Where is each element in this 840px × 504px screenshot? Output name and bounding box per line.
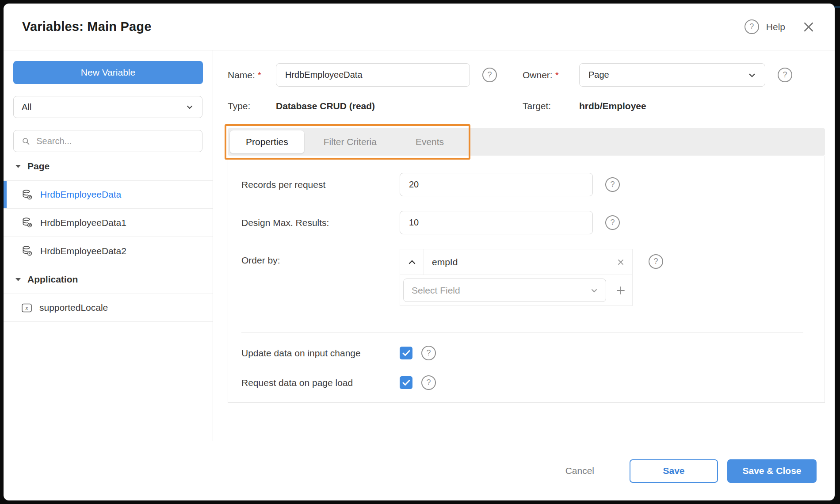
name-label: Name: bbox=[228, 70, 255, 80]
variable-filter-select[interactable]: All bbox=[13, 96, 202, 118]
close-icon[interactable] bbox=[802, 20, 815, 34]
database-crud-icon bbox=[21, 245, 33, 257]
triangle-down-icon bbox=[15, 277, 21, 282]
order-by-field[interactable]: empId bbox=[424, 249, 609, 275]
sort-direction-button[interactable] bbox=[400, 249, 424, 275]
sidebar-section-label: Application bbox=[27, 274, 78, 285]
request-on-load-help-icon[interactable]: ? bbox=[421, 375, 436, 390]
triangle-down-icon bbox=[15, 164, 21, 168]
sidebar-section-application[interactable]: Application bbox=[4, 265, 213, 294]
chevron-down-icon bbox=[747, 70, 757, 80]
order-by-label: Order by: bbox=[241, 255, 400, 266]
chevron-up-icon bbox=[408, 260, 416, 265]
tab-bar: Properties Filter Criteria Events bbox=[228, 128, 825, 156]
add-field-button[interactable] bbox=[609, 275, 632, 305]
target-value: hrdb/Employee bbox=[579, 101, 646, 111]
check-icon bbox=[402, 379, 410, 386]
dialog-header: Variables: Main Page ? Help bbox=[4, 4, 835, 50]
variable-filter-value: All bbox=[22, 102, 31, 112]
sidebar-item-supportedlocale[interactable]: x supportedLocale bbox=[4, 294, 213, 322]
owner-help-icon[interactable]: ? bbox=[778, 68, 792, 82]
target-label: Target: bbox=[523, 101, 551, 111]
help-icon[interactable]: ? bbox=[745, 19, 759, 34]
request-on-load-label: Request data on page load bbox=[241, 378, 400, 388]
tab-filter-criteria[interactable]: Filter Criteria bbox=[304, 130, 396, 153]
remove-icon bbox=[616, 258, 625, 267]
required-asterisk: * bbox=[555, 70, 559, 80]
order-by-help-icon[interactable]: ? bbox=[649, 254, 663, 269]
owner-value: Page bbox=[588, 70, 609, 80]
owner-select[interactable]: Page bbox=[579, 63, 765, 87]
select-field-placeholder: Select Field bbox=[412, 285, 460, 296]
sidebar-item-label: HrdbEmployeeData1 bbox=[40, 218, 126, 228]
section-divider bbox=[241, 332, 803, 332]
select-field-dropdown[interactable]: Select Field bbox=[403, 279, 606, 302]
sidebar-section-label: Page bbox=[27, 161, 50, 172]
model-variable-icon: x bbox=[21, 303, 32, 313]
sidebar-item-label: HrdbEmployeeData bbox=[40, 189, 121, 200]
records-per-request-input[interactable] bbox=[400, 173, 593, 196]
page-title: Variables: Main Page bbox=[22, 19, 152, 34]
chevron-down-icon bbox=[185, 103, 194, 111]
sidebar-item-hrdbemployeedata2[interactable]: HrdbEmployeeData2 bbox=[4, 237, 213, 265]
dialog-footer: Cancel Save Save & Close bbox=[4, 441, 835, 500]
sidebar-section-page[interactable]: Page bbox=[4, 152, 213, 180]
variables-dialog: Variables: Main Page ? Help New Variable… bbox=[4, 4, 835, 500]
design-max-results-label: Design Max. Results: bbox=[241, 218, 400, 228]
save-and-close-button[interactable]: Save & Close bbox=[727, 459, 817, 483]
update-on-input-checkbox[interactable] bbox=[400, 347, 412, 359]
owner-label: Owner: bbox=[523, 70, 553, 80]
sidebar-item-hrdbemployeedata1[interactable]: HrdbEmployeeData1 bbox=[4, 209, 213, 237]
sidebar-item-label: supportedLocale bbox=[39, 302, 108, 313]
new-variable-button[interactable]: New Variable bbox=[13, 61, 203, 84]
records-help-icon[interactable]: ? bbox=[605, 177, 620, 192]
design-max-results-input[interactable] bbox=[400, 211, 593, 234]
help-label[interactable]: Help bbox=[766, 22, 785, 32]
database-crud-icon bbox=[21, 189, 33, 201]
check-icon bbox=[402, 350, 410, 356]
search-box bbox=[13, 130, 202, 152]
tab-events[interactable]: Events bbox=[396, 130, 463, 153]
search-icon bbox=[22, 137, 30, 146]
name-help-icon[interactable]: ? bbox=[482, 68, 497, 82]
request-on-load-checkbox[interactable] bbox=[400, 376, 412, 389]
required-asterisk: * bbox=[258, 70, 261, 80]
tab-properties[interactable]: Properties bbox=[230, 130, 304, 153]
remove-field-button[interactable] bbox=[609, 249, 632, 275]
save-button[interactable]: Save bbox=[630, 459, 718, 483]
search-input[interactable] bbox=[36, 136, 194, 146]
update-on-input-help-icon[interactable]: ? bbox=[421, 346, 436, 360]
records-per-request-label: Records per request bbox=[241, 179, 400, 190]
sidebar-item-label: HrdbEmployeeData2 bbox=[40, 246, 126, 256]
properties-panel: Records per request ? Design Max. Result… bbox=[228, 156, 825, 403]
svg-text:x: x bbox=[25, 305, 28, 311]
name-input[interactable] bbox=[276, 63, 470, 87]
update-on-input-label: Update data on input change bbox=[241, 348, 400, 359]
sidebar-item-hrdbemployeedata[interactable]: HrdbEmployeeData bbox=[4, 180, 213, 209]
order-by-widget: empId Select Field bbox=[400, 249, 633, 306]
variable-editor: Name: * ? Owner: * Page ? bbox=[213, 50, 835, 441]
variables-sidebar: New Variable All Page bbox=[4, 50, 213, 441]
cancel-button[interactable]: Cancel bbox=[565, 466, 594, 476]
design-help-icon[interactable]: ? bbox=[605, 215, 620, 230]
type-label: Type: bbox=[228, 101, 250, 111]
chevron-down-icon bbox=[590, 286, 599, 295]
plus-icon bbox=[616, 286, 626, 295]
database-crud-icon bbox=[21, 217, 33, 229]
type-value: Database CRUD (read) bbox=[276, 101, 523, 111]
